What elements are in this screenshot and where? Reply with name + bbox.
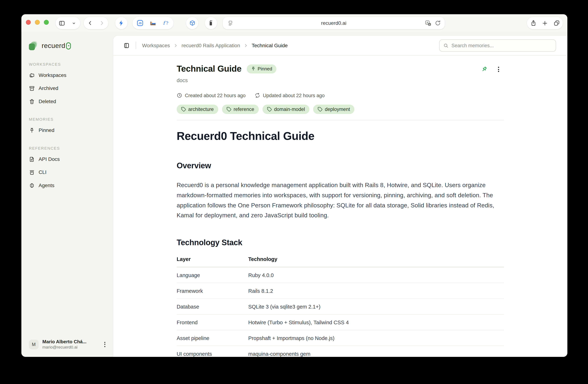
sidebar-section-references: REFERENCES	[29, 146, 113, 150]
sidebar-item-archived[interactable]: Archived	[21, 82, 113, 95]
brain-icon	[29, 182, 35, 188]
sidebar-item-label: CLI	[39, 169, 46, 175]
extension-cube-button[interactable]	[186, 17, 198, 29]
extension-cleaner-button[interactable]	[205, 17, 217, 29]
tag-icon	[181, 107, 186, 112]
tech-stack-table: Layer Technology LanguageRuby 4.0.0 Fram…	[177, 256, 504, 357]
app-logo[interactable]: recuerd	[21, 32, 113, 51]
search-input[interactable]	[452, 42, 552, 48]
stack-heading: Technology Stack	[177, 238, 504, 247]
desktop: JS f? recuerd0.ai	[0, 0, 588, 384]
lightning-bolt-icon	[118, 20, 125, 26]
tag-reference[interactable]: reference	[222, 105, 259, 114]
table-row: UI componentsmaquina-components gem	[177, 346, 504, 357]
new-tab-button[interactable]	[540, 18, 550, 28]
extension-math-helper-button[interactable]: f?	[161, 18, 171, 28]
sidebar-panel-icon	[123, 42, 129, 48]
translate-button[interactable]: Ax	[425, 20, 432, 27]
app-wordmark: recuerd	[42, 42, 71, 50]
svg-text:f: f	[163, 20, 166, 25]
sidebar-item-pinned[interactable]: Pinned	[21, 124, 113, 137]
table-header-row: Layer Technology	[177, 256, 504, 267]
browser-window: JS f? recuerd0.ai	[21, 14, 567, 357]
table-row: FrameworkRails 8.1.2	[177, 283, 504, 299]
overview-paragraph: Recuerd0 is a personal knowledge managem…	[177, 180, 504, 221]
history-nav-group	[84, 17, 108, 29]
sidebar-item-api-docs[interactable]: API Docs	[21, 153, 113, 166]
memory-title: Technical Guide	[177, 64, 242, 74]
pinned-badge: Pinned	[247, 64, 276, 73]
chevron-down-icon	[71, 21, 76, 25]
memory-body: Recuerd0 Technical Guide Overview Recuer…	[177, 130, 504, 357]
minimize-window-button[interactable]	[35, 20, 40, 25]
breadcrumb: Workspaces recuerd0 Rails Application Te…	[142, 42, 288, 48]
sidebar-item-deleted[interactable]: Deleted	[21, 95, 113, 108]
url-text: recuerd0.ai	[321, 20, 346, 26]
tab-overview-button[interactable]	[551, 18, 562, 28]
share-button[interactable]	[528, 18, 539, 28]
tab-group-chooser-button[interactable]	[68, 18, 79, 28]
tag-icon	[227, 107, 231, 112]
memory-menu-button[interactable]	[495, 65, 502, 74]
tag-icon	[267, 107, 272, 112]
col-layer: Layer	[177, 256, 248, 267]
js-badge-icon: JS	[136, 20, 144, 27]
reload-button[interactable]	[435, 20, 441, 27]
sidebar-item-cli[interactable]: CLI	[21, 166, 113, 179]
close-window-button[interactable]	[26, 20, 31, 25]
content-header: Workspaces recuerd0 Rails Application Te…	[113, 36, 567, 56]
terminal-box-icon	[29, 169, 35, 175]
search-box[interactable]	[439, 39, 556, 51]
tag-icon	[318, 107, 323, 112]
back-button[interactable]	[85, 18, 95, 28]
created-meta: Created about 22 hours ago	[177, 93, 246, 98]
clock-icon	[177, 93, 182, 98]
memory-meta: Created about 22 hours ago Updated about…	[177, 93, 504, 98]
memory-content: Technical Guide Pinned docs	[177, 56, 504, 357]
table-row: FrontendHotwire (Turbo + Stimulus), Tail…	[177, 314, 504, 330]
memory-actions	[481, 65, 502, 74]
breadcrumb-separator-icon	[174, 43, 178, 47]
svg-text:JS: JS	[139, 22, 142, 25]
spray-bottle-icon	[208, 20, 214, 26]
app-sidebar: recuerd WORKSPACES Workspaces Archived D…	[21, 32, 113, 357]
tag-architecture[interactable]: architecture	[177, 105, 218, 114]
sidebar-item-workspaces[interactable]: Workspaces	[21, 69, 113, 82]
tag-deployment[interactable]: deployment	[313, 105, 355, 114]
folders-icon	[29, 72, 35, 78]
forward-button[interactable]	[97, 18, 107, 28]
cube-3d-icon	[189, 20, 195, 26]
section-divider	[177, 120, 504, 120]
extension-js-blocker-button[interactable]: JS	[135, 18, 145, 28]
sidebar-item-label: Agents	[39, 182, 54, 188]
main-panel: Workspaces recuerd0 Rails Application Te…	[113, 36, 567, 357]
tag-domain-model[interactable]: domain-model	[262, 105, 310, 114]
address-bar[interactable]: recuerd0.ai Ax	[223, 17, 445, 29]
user-account-row[interactable]: M Mario Alberto Chá... mario@recuerd0.ai	[27, 337, 110, 352]
svg-text:?: ?	[166, 20, 168, 25]
unpin-button[interactable]	[481, 66, 487, 73]
workspace-name: docs	[177, 77, 504, 83]
page-format-icon[interactable]	[227, 20, 233, 26]
address-bar-actions: Ax	[425, 20, 441, 27]
translate-icon: Ax	[425, 20, 432, 27]
pin-icon	[29, 127, 35, 133]
browser-sidebar-toggle-button[interactable]	[57, 18, 67, 28]
refresh-icon	[254, 93, 260, 98]
traffic-lights	[26, 20, 49, 25]
zoom-window-button[interactable]	[44, 20, 49, 25]
search-icon	[443, 42, 448, 48]
user-menu-button[interactable]	[101, 340, 108, 348]
extension-lightning-button[interactable]	[115, 17, 127, 29]
header-divider	[136, 42, 136, 49]
share-icon	[530, 20, 536, 26]
app-sidebar-toggle-button[interactable]	[122, 40, 131, 50]
extension-bed-button[interactable]	[148, 18, 158, 28]
breadcrumb-item-workspaces[interactable]: Workspaces	[142, 42, 170, 48]
sidebar-panel-icon	[59, 20, 65, 26]
overview-heading: Overview	[177, 161, 504, 170]
breadcrumb-item-workspace[interactable]: recuerd0 Rails Application	[182, 42, 240, 48]
logo-zero-glyph	[66, 42, 71, 49]
sidebar-item-agents[interactable]: Agents	[21, 179, 113, 192]
sidebar-item-label: Pinned	[39, 127, 54, 133]
